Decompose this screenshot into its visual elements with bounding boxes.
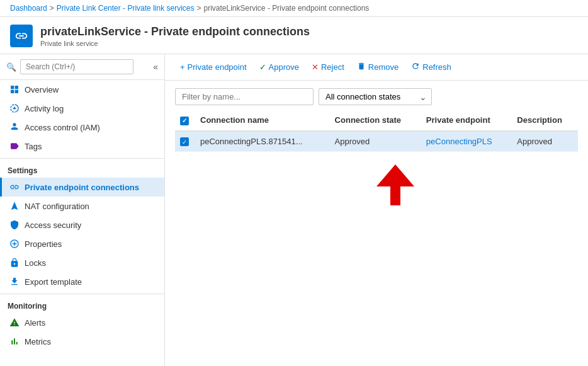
- refresh-button[interactable]: Refresh: [406, 59, 456, 75]
- cell-description: Approved: [512, 131, 578, 152]
- add-private-endpoint-label: Private endpoint: [188, 62, 247, 72]
- export-icon: [9, 277, 20, 287]
- svg-rect-3: [15, 90, 18, 93]
- filter-input[interactable]: [175, 88, 314, 105]
- connection-state-select[interactable]: All connection states Approved Pending R…: [319, 88, 432, 105]
- remove-label: Remove: [368, 62, 399, 72]
- approve-button[interactable]: ✓ Approve: [254, 60, 304, 74]
- reject-button[interactable]: ✕ Reject: [307, 60, 349, 74]
- filter-area: All connection states Approved Pending R…: [165, 81, 588, 110]
- sidebar-item-private-endpoint-connections[interactable]: Private endpoint connections: [0, 178, 164, 197]
- sidebar-item-alerts-label: Alerts: [25, 318, 45, 328]
- row-checkbox[interactable]: [180, 137, 189, 146]
- sidebar: 🔍 « Overview Activity log: [0, 54, 165, 366]
- header-checkbox-cell[interactable]: [175, 110, 195, 131]
- svg-rect-1: [15, 86, 18, 89]
- sidebar-item-nat-configuration[interactable]: NAT configuration: [0, 197, 164, 215]
- page-subtitle: Private link service: [40, 40, 310, 47]
- sidebar-nav: Overview Activity log Access control (IA…: [0, 80, 164, 366]
- sidebar-item-overview-label: Overview: [25, 85, 59, 94]
- header-checkbox[interactable]: [180, 117, 189, 125]
- page-header-icon: [10, 25, 33, 47]
- page-header: privateLinkService - Private endpoint co…: [0, 17, 588, 54]
- sidebar-item-export-label: Export template: [25, 277, 82, 287]
- sidebar-item-private-endpoint-label: Private endpoint connections: [25, 183, 139, 192]
- sidebar-collapse-button[interactable]: «: [153, 62, 158, 72]
- toolbar: + Private endpoint ✓ Approve ✕ Reject Re…: [165, 54, 588, 81]
- refresh-icon: [411, 62, 420, 72]
- sidebar-item-properties-label: Properties: [25, 239, 62, 249]
- table-row[interactable]: peConnectingPLS.871541... Approved peCon…: [175, 131, 578, 152]
- main-layout: 🔍 « Overview Activity log: [0, 54, 588, 366]
- sidebar-item-activity-log-label: Activity log: [25, 104, 64, 113]
- security-icon: [9, 220, 20, 230]
- nat-icon: [9, 201, 20, 211]
- approve-icon: ✓: [259, 62, 266, 72]
- sidebar-search-area: 🔍 «: [0, 54, 164, 80]
- section-settings-label: Settings: [0, 158, 164, 178]
- sidebar-item-activity-log[interactable]: Activity log: [0, 99, 164, 118]
- sidebar-item-tags-label: Tags: [25, 142, 42, 151]
- cell-private-endpoint[interactable]: peConnectingPLS: [421, 131, 512, 152]
- sidebar-item-alerts[interactable]: Alerts: [0, 313, 164, 332]
- table-body: peConnectingPLS.871541... Approved peCon…: [175, 131, 578, 152]
- tags-icon: [9, 141, 20, 151]
- cell-connection-state: Approved: [330, 131, 421, 152]
- sidebar-item-properties[interactable]: Properties: [0, 234, 164, 253]
- svg-rect-4: [390, 183, 400, 205]
- svg-rect-0: [11, 86, 14, 89]
- row-checkbox-cell[interactable]: [175, 131, 195, 152]
- alerts-icon: [9, 317, 20, 328]
- trash-icon: [357, 62, 366, 72]
- annotation-arrow-container: [165, 152, 588, 215]
- svg-rect-2: [11, 90, 14, 93]
- private-endpoint-link[interactable]: peConnectingPLS: [426, 137, 492, 146]
- connection-state-select-wrapper: All connection states Approved Pending R…: [319, 88, 432, 105]
- sidebar-item-locks[interactable]: Locks: [0, 253, 164, 272]
- header-connection-state: Connection state: [330, 110, 421, 131]
- breadcrumb: Dashboard > Private Link Center - Privat…: [0, 0, 588, 17]
- sidebar-item-tags[interactable]: Tags: [0, 137, 164, 156]
- sidebar-item-access-security[interactable]: Access security: [0, 215, 164, 234]
- locks-icon: [9, 258, 20, 268]
- header-connection-name: Connection name: [195, 110, 330, 131]
- header-description: Description: [512, 110, 578, 131]
- breadcrumb-current: privateLinkService - Private endpoint co…: [204, 4, 370, 13]
- sidebar-item-overview[interactable]: Overview: [0, 80, 164, 99]
- endpoint-icon: [9, 182, 20, 192]
- properties-icon: [9, 239, 20, 249]
- table-container: Connection name Connection state Private…: [165, 110, 588, 152]
- svg-marker-5: [376, 164, 414, 186]
- plus-icon: +: [180, 62, 185, 72]
- overview-icon: [9, 84, 20, 94]
- sidebar-item-metrics-label: Metrics: [25, 337, 51, 346]
- table-header: Connection name Connection state Private…: [175, 110, 578, 131]
- refresh-label: Refresh: [422, 62, 451, 72]
- breadcrumb-private-link[interactable]: Private Link Center - Private link servi…: [57, 4, 195, 13]
- content-area: + Private endpoint ✓ Approve ✕ Reject Re…: [165, 54, 588, 366]
- cell-connection-name: peConnectingPLS.871541...: [195, 131, 330, 152]
- connections-table: Connection name Connection state Private…: [175, 110, 578, 152]
- search-icon: 🔍: [6, 62, 16, 72]
- page-title: privateLinkService - Private endpoint co…: [40, 25, 310, 38]
- search-input[interactable]: [20, 59, 133, 74]
- annotation-arrow-up: [376, 164, 414, 209]
- remove-button[interactable]: Remove: [352, 59, 404, 75]
- metrics-icon: [9, 336, 20, 346]
- link-icon: [14, 29, 28, 43]
- reject-icon: ✕: [312, 62, 319, 72]
- sidebar-item-access-control[interactable]: Access control (IAM): [0, 118, 164, 137]
- sidebar-item-access-control-label: Access control (IAM): [25, 123, 100, 132]
- sidebar-item-export-template[interactable]: Export template: [0, 272, 164, 291]
- section-monitoring-label: Monitoring: [0, 294, 164, 313]
- sidebar-item-locks-label: Locks: [25, 258, 46, 268]
- reject-label: Reject: [321, 62, 344, 72]
- header-private-endpoint: Private endpoint: [421, 110, 512, 131]
- sidebar-item-access-security-label: Access security: [25, 220, 81, 230]
- activity-icon: [9, 103, 20, 113]
- page-header-text: privateLinkService - Private endpoint co…: [40, 25, 310, 47]
- sidebar-item-nat-label: NAT configuration: [25, 202, 89, 211]
- sidebar-item-metrics[interactable]: Metrics: [0, 332, 164, 351]
- breadcrumb-dashboard[interactable]: Dashboard: [10, 4, 47, 13]
- add-private-endpoint-button[interactable]: + Private endpoint: [175, 60, 252, 74]
